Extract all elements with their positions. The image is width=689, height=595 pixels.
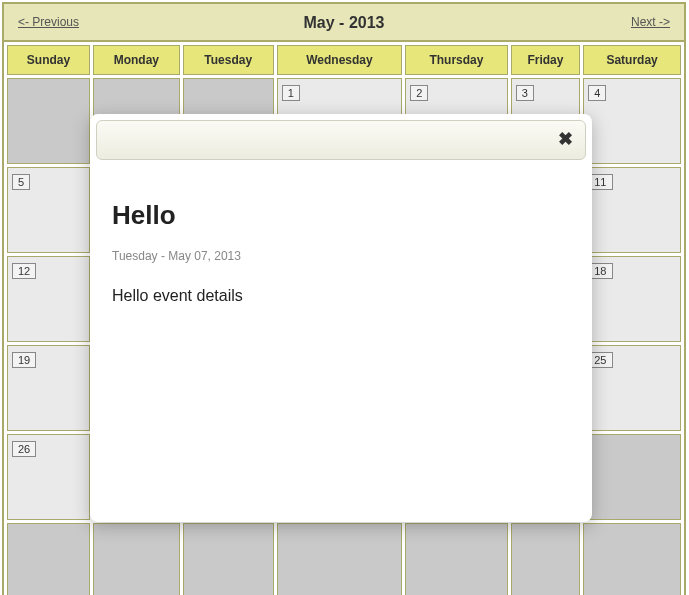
- day-number: 5: [12, 174, 30, 190]
- day-cell[interactable]: 12: [7, 256, 90, 342]
- day-cell[interactable]: [583, 523, 681, 595]
- prev-link[interactable]: <- Previous: [18, 15, 79, 29]
- day-number: 4: [588, 85, 606, 101]
- close-icon[interactable]: ✖: [558, 130, 573, 148]
- day-number: 19: [12, 352, 36, 368]
- day-cell[interactable]: 18: [583, 256, 681, 342]
- day-cell[interactable]: [583, 434, 681, 520]
- modal-body: Hello Tuesday - May 07, 2013 Hello event…: [90, 166, 592, 327]
- dayhead-sunday: Sunday: [7, 45, 90, 75]
- dayhead-monday: Monday: [93, 45, 180, 75]
- day-cell[interactable]: 11: [583, 167, 681, 253]
- day-cell[interactable]: [7, 523, 90, 595]
- day-cell[interactable]: 26: [7, 434, 90, 520]
- day-cell[interactable]: [183, 523, 274, 595]
- day-cell[interactable]: [511, 523, 581, 595]
- event-modal: ✖ Hello Tuesday - May 07, 2013 Hello eve…: [90, 114, 592, 522]
- day-number: 26: [12, 441, 36, 457]
- dayhead-saturday: Saturday: [583, 45, 681, 75]
- day-cell[interactable]: [405, 523, 508, 595]
- modal-titlebar[interactable]: ✖: [96, 120, 586, 160]
- day-cell[interactable]: 5: [7, 167, 90, 253]
- day-number: 12: [12, 263, 36, 279]
- dayhead-wednesday: Wednesday: [277, 45, 402, 75]
- day-number: 1: [282, 85, 300, 101]
- calendar-header: <- Previous May - 2013 Next ->: [4, 4, 684, 42]
- modal-details: Hello event details: [112, 287, 570, 305]
- modal-date: Tuesday - May 07, 2013: [112, 249, 570, 263]
- modal-heading: Hello: [112, 200, 570, 231]
- day-cell[interactable]: 19: [7, 345, 90, 431]
- day-cell[interactable]: [93, 523, 180, 595]
- day-cell[interactable]: 4: [583, 78, 681, 164]
- day-cell[interactable]: [7, 78, 90, 164]
- day-cell[interactable]: 25: [583, 345, 681, 431]
- dayhead-tuesday: Tuesday: [183, 45, 274, 75]
- day-number: 3: [516, 85, 534, 101]
- next-link[interactable]: Next ->: [631, 15, 670, 29]
- day-cell[interactable]: [277, 523, 402, 595]
- day-number: 2: [410, 85, 428, 101]
- dayhead-friday: Friday: [511, 45, 581, 75]
- calendar-title: May - 2013: [4, 4, 684, 42]
- dayhead-thursday: Thursday: [405, 45, 508, 75]
